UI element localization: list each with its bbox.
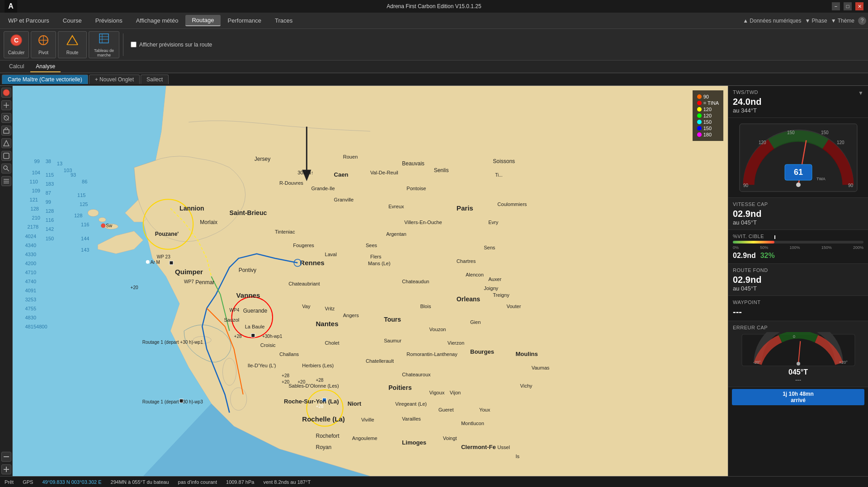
- svg-point-84: [101, 223, 105, 228]
- vitesse-cap-sub: au 045°T: [733, 219, 863, 226]
- svg-text:48154800: 48154800: [25, 324, 47, 329]
- svg-text:30MN↑: 30MN↑: [297, 170, 313, 175]
- menu-performance[interactable]: Performance: [222, 15, 268, 26]
- menu-routage[interactable]: Routage: [185, 15, 220, 26]
- polar-dot-tina: [697, 101, 702, 105]
- left-tool-2[interactable]: [1, 100, 11, 110]
- erreur-cap-panel: ERREUR CAP -20°: [728, 321, 868, 387]
- menu-wp-parcours[interactable]: WP et Parcours: [2, 15, 56, 26]
- svg-text:Rochelle (La): Rochelle (La): [302, 415, 344, 423]
- menu-affichage-meteo[interactable]: Affichage météo: [130, 15, 185, 26]
- erreur-cap-value-container: 045°T ---: [733, 368, 863, 383]
- svg-text:Vannes: Vannes: [236, 291, 260, 299]
- route-button[interactable]: Route: [58, 31, 87, 58]
- restore-button[interactable]: □: [844, 2, 852, 10]
- svg-marker-25: [143, 86, 728, 476]
- svg-rect-14: [4, 130, 9, 133]
- left-tool-7[interactable]: [1, 164, 11, 173]
- svg-point-86: [146, 260, 150, 264]
- minimize-button[interactable]: −: [832, 2, 840, 10]
- theme-menu[interactable]: ▼ Thème: [831, 18, 854, 24]
- svg-text:Jersey: Jersey: [255, 156, 270, 162]
- svg-text:Ar M: Ar M: [151, 260, 160, 265]
- afficher-previsions-label: Afficher prévisions sur la route: [139, 42, 212, 48]
- panel-dropdown[interactable]: ▼: [858, 90, 863, 96]
- polar-label-180: 180: [703, 132, 712, 137]
- left-tool-plus[interactable]: [1, 464, 11, 474]
- menu-traces[interactable]: Traces: [269, 15, 299, 26]
- left-tool-1[interactable]: [1, 88, 11, 98]
- status-wind: vent 8.2nds au 187°T: [263, 479, 311, 485]
- svg-text:Val-De-Reuil: Val-De-Reuil: [370, 170, 398, 175]
- vit-cible-labels: 0%50%100%150%200%: [733, 245, 863, 250]
- menu-course[interactable]: Course: [57, 15, 88, 26]
- svg-text:Morlaix: Morlaix: [200, 219, 217, 225]
- svg-text:Paris: Paris: [457, 204, 473, 212]
- pivot-button[interactable]: Pivot: [31, 31, 56, 58]
- left-tool-8[interactable]: [1, 176, 11, 186]
- svg-text:+30h-wp1: +30h-wp1: [262, 334, 283, 339]
- phase-menu[interactable]: ▼ Phase: [805, 18, 827, 24]
- chart-tab-nouvel-onglet[interactable]: + Nouvel Onglet: [89, 75, 140, 84]
- vitesse-cap-panel: VITESSE CAP 02.9nd au 045°T: [728, 198, 868, 230]
- svg-text:4710: 4710: [25, 270, 36, 275]
- donnees-numeriques[interactable]: ▲ Données numériques: [743, 18, 801, 24]
- left-tool-6[interactable]: [1, 151, 11, 161]
- left-tool-minus[interactable]: [1, 452, 11, 462]
- svg-text:2178: 2178: [27, 224, 38, 229]
- svg-text:+28: +28: [234, 334, 242, 339]
- svg-text:150: 150: [787, 130, 795, 135]
- twa-gauge-svg: 90 120 150 150 120 90 61 TWA: [735, 122, 862, 194]
- polar-label-120b: 120: [703, 113, 712, 118]
- left-tool-5[interactable]: [1, 138, 11, 148]
- close-button[interactable]: ✕: [855, 2, 863, 10]
- route-label: Route: [66, 50, 79, 55]
- svg-text:116: 116: [81, 222, 89, 227]
- svg-text:Roche-Sur-Yon (La): Roche-Sur-Yon (La): [284, 398, 339, 405]
- svg-text:Rennes: Rennes: [300, 259, 324, 267]
- svg-text:99: 99: [34, 159, 40, 164]
- tableau-marche-button[interactable]: Tableau de marche: [89, 31, 119, 58]
- tab-calcul[interactable]: Calcul: [4, 61, 29, 72]
- tab-analyse[interactable]: Analyse: [30, 61, 61, 72]
- svg-text:Challans: Challans: [279, 351, 299, 357]
- svg-text:Poitiers: Poitiers: [388, 384, 412, 391]
- svg-text:Tours: Tours: [384, 316, 401, 323]
- tableau-marche-label: Tableau de marche: [89, 48, 119, 57]
- svg-text:4830: 4830: [25, 315, 36, 320]
- polar-dot-150a: [697, 120, 702, 124]
- left-tool-4[interactable]: [1, 126, 11, 136]
- menu-previsions[interactable]: Prévisions: [89, 15, 129, 26]
- svg-text:144: 144: [81, 236, 89, 241]
- left-tool-3[interactable]: [1, 113, 11, 123]
- svg-text:WP 23: WP 23: [157, 254, 170, 259]
- erreur-gauge-svg: -20° 0 +20°: [740, 332, 857, 368]
- map-area[interactable]: 99 104 110 109 121 128 210 2178 4024 434…: [13, 86, 728, 476]
- svg-rect-68: [170, 261, 173, 265]
- polar-row-150b: 150: [697, 126, 719, 131]
- polar-row-180: 180: [697, 132, 719, 137]
- svg-text:109: 109: [32, 188, 40, 193]
- polar-row-90: 90: [697, 94, 719, 99]
- svg-text:Ile-D'Yeu (L'): Ile-D'Yeu (L'): [248, 363, 276, 368]
- chart-tab-carte-maitre[interactable]: Carte Maître (Carte vectorielle): [2, 75, 88, 84]
- help-icon[interactable]: ?: [858, 17, 866, 25]
- svg-text:4340: 4340: [25, 243, 36, 248]
- svg-text:Rochefort: Rochefort: [316, 433, 340, 439]
- toolbar: C Calculer Pivot Route Tableau de marche…: [0, 29, 868, 61]
- polar-label-120a: 120: [703, 107, 712, 112]
- svg-text:115: 115: [46, 172, 54, 178]
- svg-text:90: 90: [848, 183, 854, 188]
- pivot-label: Pivot: [38, 50, 48, 55]
- polar-row-150a: 150: [697, 119, 719, 125]
- svg-text:Gueret: Gueret: [439, 407, 454, 412]
- polar-row-tina: = TINA: [697, 100, 719, 106]
- svg-point-9: [3, 89, 9, 96]
- calculer-button[interactable]: C Calculer: [4, 31, 29, 58]
- afficher-previsions-checkbox[interactable]: [131, 42, 137, 47]
- svg-text:121: 121: [30, 197, 38, 202]
- svg-marker-15: [4, 140, 9, 146]
- chart-tab-sailect[interactable]: Sailect: [141, 75, 169, 84]
- status-coords: 49°09.833 N 003°03.302 E: [42, 479, 101, 485]
- svg-text:Quimper: Quimper: [175, 268, 203, 276]
